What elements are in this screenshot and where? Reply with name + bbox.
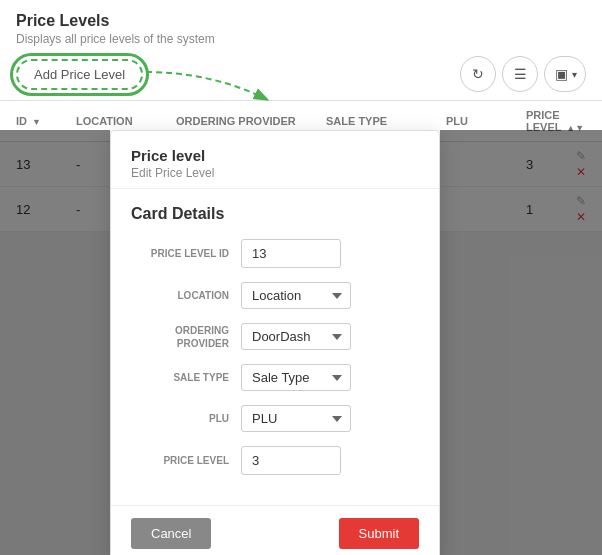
overlay-left — [0, 130, 110, 555]
pricelevel-label: PRICE LEVEL — [131, 454, 241, 467]
modal-subtitle: Edit Price Level — [131, 166, 419, 180]
modal-footer: Cancel Submit — [111, 505, 439, 555]
modal-body: Card Details PRICE LEVEL ID LOCATION Loc… — [111, 189, 439, 505]
list-icon: ☰ — [514, 66, 527, 82]
form-row-plu: PLU PLU — [131, 405, 419, 432]
sale-type-select[interactable]: Sale Type — [241, 364, 351, 391]
col-header-saletype: SALE TYPE — [326, 115, 446, 127]
modal-header: Price level Edit Price Level — [111, 131, 439, 189]
refresh-button[interactable]: ↻ — [460, 56, 496, 92]
add-price-level-button[interactable]: Add Price Level — [16, 59, 143, 90]
arrow-decoration — [146, 67, 276, 107]
modal-title: Price level — [131, 147, 419, 164]
ordering-provider-select[interactable]: DoorDash — [241, 323, 351, 350]
submit-button[interactable]: Submit — [339, 518, 419, 549]
location-label: LOCATION — [131, 289, 241, 302]
col-header-plu: PLU — [446, 115, 526, 127]
chevron-down-icon: ▾ — [572, 69, 577, 80]
priceid-input[interactable] — [241, 239, 341, 268]
toolbar: Add Price Level ↻ ☰ — [16, 56, 586, 100]
list-view-button[interactable]: ☰ — [502, 56, 538, 92]
col-header-location: LOCATION — [76, 115, 176, 127]
toolbar-right: ↻ ☰ ▣ ▾ — [460, 56, 586, 92]
priceid-label: PRICE LEVEL ID — [131, 247, 241, 260]
form-row-location: LOCATION Location — [131, 282, 419, 309]
ordering-label: ORDERING PROVIDER — [131, 324, 241, 350]
form-row-ordering: ORDERING PROVIDER DoorDash — [131, 323, 419, 350]
page-subtitle: Displays all price levels of the system — [16, 32, 586, 46]
pricelevel-input[interactable] — [241, 446, 341, 475]
form-row-pricelevel: PRICE LEVEL — [131, 446, 419, 475]
modal-overlay: Price level Edit Price Level Card Detail… — [110, 130, 440, 555]
form-row-saletype: SALE TYPE Sale Type — [131, 364, 419, 391]
location-select[interactable]: Location — [241, 282, 351, 309]
header-section: Price Levels Displays all price levels o… — [0, 0, 602, 101]
col-header-id[interactable]: ID ▼ — [16, 115, 76, 127]
plu-label: PLU — [131, 412, 241, 425]
col-header-ordering: ORDERING PROVIDER — [176, 115, 326, 127]
saletype-label: SALE TYPE — [131, 371, 241, 384]
form-row-priceid: PRICE LEVEL ID — [131, 239, 419, 268]
cancel-button[interactable]: Cancel — [131, 518, 211, 549]
overlay-right — [440, 130, 602, 555]
refresh-icon: ↻ — [472, 66, 484, 82]
plu-select[interactable]: PLU — [241, 405, 351, 432]
page-container: Price Levels Displays all price levels o… — [0, 0, 602, 555]
grid-icon: ▣ — [555, 66, 568, 82]
grid-view-button[interactable]: ▣ ▾ — [544, 56, 586, 92]
card-details-title: Card Details — [131, 205, 419, 223]
page-title: Price Levels — [16, 12, 586, 30]
sort-icon-id: ▼ — [32, 117, 41, 127]
